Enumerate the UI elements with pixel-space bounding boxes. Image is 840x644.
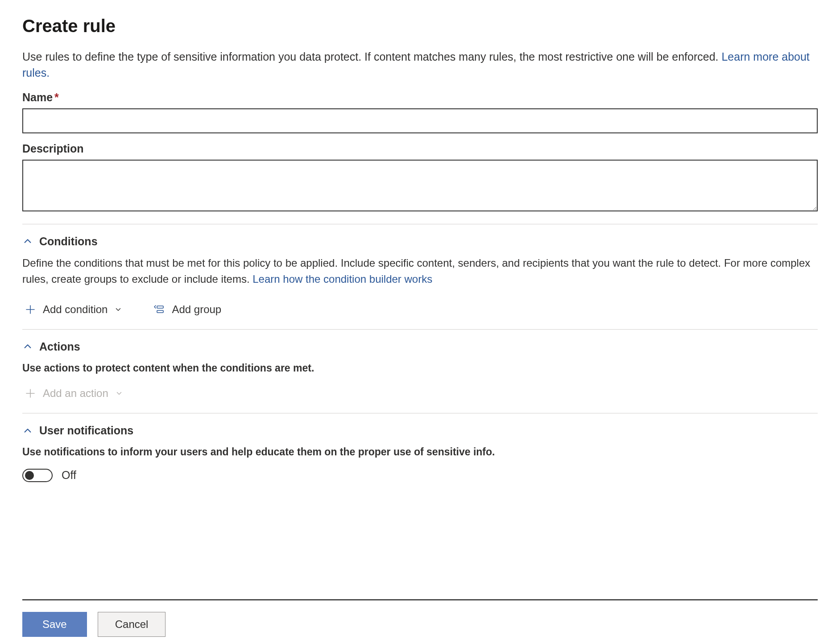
chevron-down-icon	[115, 389, 124, 398]
actions-title: Actions	[39, 340, 80, 353]
chevron-up-icon	[22, 236, 33, 247]
page-title: Create rule	[22, 16, 818, 36]
toggle-knob	[25, 471, 34, 480]
name-input[interactable]	[22, 108, 818, 133]
description-input[interactable]	[22, 160, 818, 211]
user-notifications-body: Use notifications to inform your users a…	[22, 444, 818, 460]
actions-commands: Add an action	[22, 384, 818, 402]
divider	[22, 224, 818, 224]
add-condition-label: Add condition	[43, 303, 108, 316]
conditions-title: Conditions	[39, 235, 98, 248]
required-asterisk: *	[54, 91, 59, 103]
svg-rect-3	[157, 310, 163, 313]
add-action-label: Add an action	[43, 387, 108, 400]
cancel-button[interactable]: Cancel	[98, 612, 166, 637]
conditions-body: Define the conditions that must be met f…	[22, 255, 818, 287]
add-group-label: Add group	[172, 303, 221, 316]
intro-text-body: Use rules to define the type of sensitiv…	[22, 50, 721, 63]
user-notifications-toggle-row: Off	[22, 469, 818, 482]
user-notifications-toggle[interactable]	[22, 469, 53, 482]
user-notifications-title: User notifications	[39, 424, 133, 437]
add-group-button[interactable]: Add group	[151, 301, 223, 318]
user-notifications-toggle-label: Off	[62, 469, 76, 482]
name-label: Name*	[22, 91, 818, 104]
group-icon	[153, 303, 166, 316]
name-field-block: Name*	[22, 91, 818, 133]
plus-icon	[24, 387, 37, 400]
user-notifications-section-toggle[interactable]: User notifications	[22, 424, 818, 437]
name-label-text: Name	[22, 91, 53, 103]
description-field-block: Description	[22, 142, 818, 213]
actions-body: Use actions to protect content when the …	[22, 360, 818, 376]
intro-text: Use rules to define the type of sensitiv…	[22, 49, 818, 81]
add-condition-button[interactable]: Add condition	[22, 301, 124, 318]
conditions-section-toggle[interactable]: Conditions	[22, 235, 818, 248]
actions-section-toggle[interactable]: Actions	[22, 340, 818, 353]
plus-icon	[24, 303, 37, 316]
conditions-commands: Add condition Add group	[22, 301, 818, 318]
description-label: Description	[22, 142, 818, 155]
divider	[22, 413, 818, 413]
footer-bar: Save Cancel	[22, 599, 818, 644]
add-action-button[interactable]: Add an action	[22, 384, 125, 402]
chevron-up-icon	[22, 341, 33, 352]
save-button[interactable]: Save	[22, 612, 87, 637]
divider	[22, 329, 818, 330]
chevron-up-icon	[22, 425, 33, 436]
chevron-down-icon	[114, 305, 123, 314]
condition-builder-link[interactable]: Learn how the condition builder works	[252, 273, 432, 285]
svg-rect-2	[157, 306, 163, 308]
